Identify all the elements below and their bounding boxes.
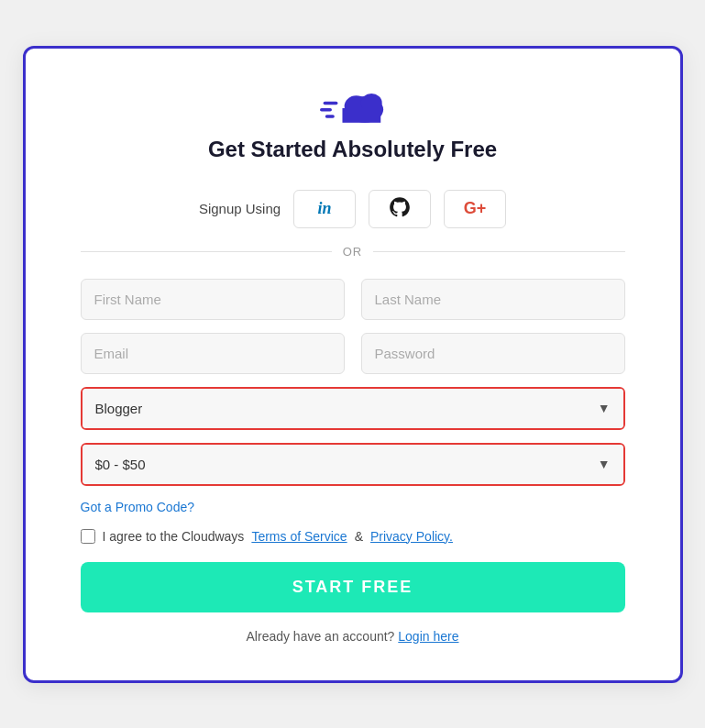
login-row: Already have an account? Login here [81, 629, 625, 644]
svg-rect-2 [325, 115, 334, 118]
github-icon [388, 195, 412, 222]
divider-text: OR [343, 245, 363, 259]
ampersand-text: & [355, 529, 363, 544]
privacy-policy-link[interactable]: Privacy Policy. [370, 529, 453, 544]
terms-agree-text: I agree to the Cloudways [103, 529, 245, 544]
divider-row: OR [81, 245, 625, 259]
github-button[interactable] [369, 190, 431, 228]
google-plus-button[interactable]: G+ [444, 190, 506, 228]
role-dropdown-wrapper: Blogger Developer Designer Manager Other… [81, 387, 625, 430]
terms-row: I agree to the Cloudways Terms of Servic… [81, 529, 625, 544]
svg-rect-0 [323, 101, 337, 105]
credentials-row [81, 333, 625, 374]
svg-rect-6 [342, 107, 380, 122]
first-name-input[interactable] [81, 279, 345, 320]
name-row [81, 279, 625, 320]
signup-using-row: Signup Using in G+ [81, 190, 625, 228]
svg-rect-1 [320, 107, 332, 111]
signup-card: Get Started Absolutely Free Signup Using… [23, 46, 683, 683]
linkedin-icon: in [318, 199, 332, 218]
password-input[interactable] [361, 333, 625, 374]
login-prompt-text: Already have an account? [247, 629, 395, 644]
budget-select[interactable]: $0 - $50 $50 - $200 $200 - $500 $500+ [83, 445, 623, 484]
logo-area: Get Started Absolutely Free [81, 82, 625, 181]
login-here-link[interactable]: Login here [398, 629, 458, 644]
terms-checkbox[interactable] [81, 529, 95, 544]
signup-using-label: Signup Using [199, 201, 281, 216]
divider-line-left [81, 251, 332, 252]
divider-line-right [373, 251, 624, 252]
linkedin-button[interactable]: in [293, 190, 356, 228]
last-name-input[interactable] [361, 279, 625, 320]
start-free-button[interactable]: START FREE [81, 562, 625, 612]
promo-code-link[interactable]: Got a Promo Code? [81, 500, 195, 514]
google-plus-icon: G+ [464, 199, 487, 218]
page-title: Get Started Absolutely Free [208, 137, 497, 162]
terms-of-service-link[interactable]: Terms of Service [251, 529, 347, 544]
email-input[interactable] [81, 333, 345, 374]
role-select[interactable]: Blogger Developer Designer Manager Other [83, 389, 623, 428]
cloud-logo-icon [320, 82, 386, 127]
budget-dropdown-wrapper: $0 - $50 $50 - $200 $200 - $500 $500+ ▼ [81, 443, 625, 486]
